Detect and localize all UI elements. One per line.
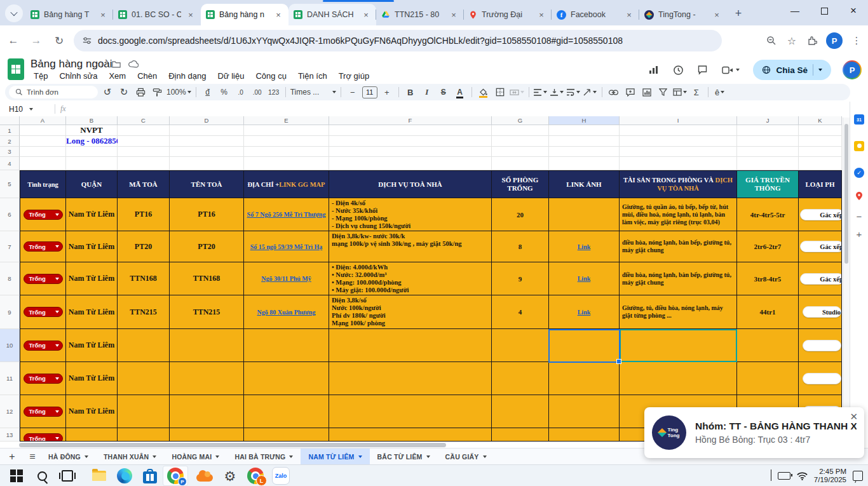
cell[interactable] — [620, 125, 737, 136]
cell[interactable] — [620, 136, 737, 147]
cell-services[interactable]: Điện 3,8k/số Nước 100k/người Phí dv 180k… — [329, 295, 492, 329]
row-header-10[interactable]: 10 — [0, 329, 20, 362]
version-history-icon[interactable] — [672, 64, 684, 76]
strikethrough-button[interactable]: S — [437, 85, 451, 99]
cell[interactable] — [20, 136, 66, 147]
selection-h10[interactable] — [548, 329, 620, 363]
cell[interactable] — [118, 329, 170, 362]
decrease-font-size-button[interactable]: − — [346, 85, 360, 99]
decrease-decimal-button[interactable]: .0 — [234, 85, 248, 99]
header-vacant[interactable]: SỐ PHÒNG TRỐNG — [492, 170, 549, 198]
cell-services[interactable]: Điện 3,8k/kw- nước 30k/k mạng 100k/p vệ … — [329, 231, 492, 262]
input-tools-button[interactable]: ê — [713, 85, 727, 99]
cell[interactable] — [329, 362, 492, 395]
cell[interactable] — [244, 428, 329, 442]
cell[interactable] — [66, 147, 118, 157]
cell-district[interactable]: Nam Từ Liêm — [66, 262, 118, 295]
cell[interactable] — [620, 362, 737, 395]
status-dropdown-chip[interactable]: Trống — [24, 307, 63, 317]
zoom-indicator-icon[interactable] — [765, 34, 778, 47]
cell[interactable] — [492, 395, 549, 428]
cell-room-type[interactable] — [799, 329, 842, 362]
tab-close-icon[interactable]: × — [449, 10, 459, 20]
status-dropdown-chip[interactable]: Trống — [24, 374, 63, 384]
room-type-chip[interactable]: Gác xếp — [800, 241, 842, 252]
new-tab-button[interactable]: + — [729, 4, 747, 22]
cell[interactable] — [329, 125, 492, 136]
cell-price[interactable]: 2tr6-2tr7 — [737, 231, 799, 262]
tab-close-icon[interactable]: × — [361, 10, 371, 20]
hidden-icons-chevron[interactable] — [771, 470, 771, 482]
browser-tab-4[interactable]: DANH SÁCH × — [288, 4, 376, 25]
column-header-b[interactable]: B — [66, 116, 118, 125]
bold-button[interactable]: B — [403, 85, 417, 99]
row-header-12[interactable]: 12 — [0, 395, 20, 428]
cell-note-name[interactable]: NVPT — [66, 125, 118, 136]
cell[interactable] — [549, 136, 620, 147]
header-assets[interactable]: TÀI SẢN TRONG PHÒNG VÀ DỊCH VỤ TÒA NHÀ — [620, 170, 737, 198]
font-size-input[interactable]: 11 — [362, 86, 377, 98]
cell-room-type[interactable] — [799, 362, 842, 395]
cell[interactable] — [549, 125, 620, 136]
address-bar[interactable]: docs.google.com/spreadsheets/d/1U6JxYYqw… — [74, 30, 722, 51]
status-dropdown-chip[interactable]: Trống — [24, 241, 63, 252]
name-box[interactable]: H10 — [0, 105, 50, 114]
cell[interactable] — [799, 136, 842, 147]
tab-close-icon[interactable]: × — [186, 10, 196, 20]
room-type-chip[interactable] — [803, 373, 841, 384]
row-header-8[interactable]: 8 — [0, 262, 20, 295]
vertical-scrollbar[interactable] — [843, 118, 850, 438]
cell[interactable] — [549, 362, 620, 395]
battery-icon[interactable] — [778, 472, 790, 480]
menu-help[interactable]: Trợ giúp — [334, 70, 374, 82]
row-header-4[interactable]: 4 — [0, 157, 20, 170]
header-code[interactable]: MÃ TOÀ — [118, 170, 170, 198]
cell[interactable] — [492, 125, 549, 136]
cell-assets[interactable]: điều hòa, nóng lạnh, bàn bếp, giường tủ,… — [620, 231, 737, 262]
row-header-9[interactable]: 9 — [0, 295, 20, 329]
cell-address[interactable]: Ngõ 80 Xuân Phương — [244, 295, 329, 329]
menu-extensions[interactable]: Tiện ích — [294, 70, 332, 82]
row-header-2[interactable]: 2 — [0, 136, 20, 147]
reload-button[interactable]: ↻ — [50, 31, 69, 50]
cell[interactable] — [799, 147, 842, 157]
taskbar-search-button[interactable] — [29, 466, 55, 486]
cell[interactable] — [170, 147, 244, 157]
cell[interactable] — [492, 136, 549, 147]
cell[interactable] — [20, 125, 66, 136]
cell-assets[interactable]: Giường, tủ quần áo, tủ bếp, bếp từ, hút … — [620, 198, 737, 231]
cell-code[interactable]: TTN215 — [118, 295, 170, 329]
cell[interactable] — [66, 157, 118, 170]
cell[interactable] — [118, 362, 170, 395]
clock[interactable]: 2:45 PM 7/19/2025 — [814, 468, 846, 484]
column-header-c[interactable]: C — [118, 116, 170, 125]
menu-view[interactable]: Xem — [104, 70, 130, 82]
notification-close-icon[interactable]: ✕ — [850, 411, 858, 422]
tab-close-icon[interactable]: × — [624, 10, 634, 20]
redo-button[interactable]: ↻ — [117, 85, 131, 99]
window-restore-button[interactable] — [810, 0, 839, 22]
edge-button[interactable] — [112, 466, 137, 486]
row-header-6[interactable]: 6 — [0, 198, 20, 231]
sheet-tab-ha-dong[interactable]: HÀ ĐÔNG — [41, 449, 96, 465]
address-link[interactable]: Số 7 Ngõ 256 Mễ Trì Thượng — [247, 211, 326, 218]
cell-services[interactable]: - Điện 4k/số - Nước 35k/khối - Mạng 100k… — [329, 198, 492, 231]
cell-image-link[interactable]: Link — [549, 262, 620, 295]
move-folder-icon[interactable] — [112, 60, 121, 68]
cell[interactable] — [66, 428, 118, 442]
row-header-5[interactable]: 5 — [0, 170, 20, 198]
tasks-icon[interactable]: ✓ — [854, 168, 864, 178]
cell-building[interactable]: PT16 — [170, 198, 244, 231]
sheet-tab-cau-giay[interactable]: CẦU GIẤY — [438, 449, 494, 465]
status-dropdown-chip[interactable]: Trống — [24, 433, 63, 442]
cell-room-type[interactable]: Gác xếp — [799, 231, 842, 262]
cell-price[interactable]: 44tr1 — [737, 295, 799, 329]
all-sheets-button[interactable]: ≡ — [24, 450, 41, 464]
row-header-3[interactable]: 3 — [0, 147, 20, 157]
cell-building[interactable]: TTN168 — [170, 262, 244, 295]
cell[interactable] — [329, 147, 492, 157]
header-image[interactable]: LINK ẢNH — [549, 170, 620, 198]
sheets-logo[interactable] — [8, 58, 24, 80]
text-wrap-button[interactable] — [567, 85, 581, 99]
cell[interactable] — [118, 147, 170, 157]
